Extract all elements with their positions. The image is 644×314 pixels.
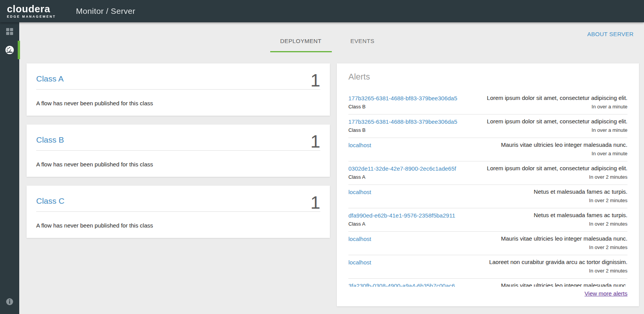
alert-time: In over 2 minutes — [534, 221, 627, 227]
alert-row: 3fa230fb-0308-4900-a9a4-6b35b7c00ac6 Mau… — [348, 279, 627, 287]
class-b-link[interactable]: Class B — [36, 135, 64, 145]
alert-time: In over a minute — [501, 151, 628, 157]
alerts-title: Alerts — [348, 72, 627, 82]
class-card-a: Class A 1 A flow has never been publishe… — [27, 63, 330, 116]
alerts-list: 177b3265-6381-4688-bf83-379bee306da5 Cla… — [348, 91, 627, 287]
class-a-description: A flow has never been published for this… — [36, 100, 320, 106]
alert-message: Lorem ipsum dolor sit amet, consectetur … — [487, 95, 627, 101]
class-cards-column: Class A 1 A flow has never been publishe… — [27, 63, 330, 238]
sidebar-item-dashboard[interactable] — [0, 22, 19, 41]
info-button[interactable] — [0, 292, 19, 311]
alert-message: Netus et malesuada fames ac turpis. — [534, 188, 627, 195]
view-more-row: View more alerts — [348, 290, 627, 297]
alert-message: Lorem ipsum dolor sit amet, consectetur … — [487, 165, 627, 172]
class-b-count: 1 — [310, 132, 320, 151]
class-b-description: A flow has never been published for this… — [36, 161, 320, 168]
card-header: Class C 1 — [36, 193, 320, 212]
alert-row: dfa990ed-e62b-41e1-9576-2358f5ba2911 Cla… — [348, 208, 627, 232]
card-header: Class A 1 — [36, 71, 320, 90]
class-c-link[interactable]: Class C — [36, 196, 65, 206]
about-server-link[interactable]: ABOUT SERVER — [587, 31, 634, 37]
alert-time: In over 2 minutes — [489, 268, 627, 274]
alert-sublabel: Class A — [348, 221, 455, 227]
sidebar-spacer — [0, 59, 19, 292]
class-card-b: Class B 1 A flow has never been publishe… — [27, 125, 330, 177]
logo-brand: cloudera — [7, 4, 56, 14]
grid-icon — [5, 27, 14, 36]
alert-row: localhost Mauris vitae ultricies leo int… — [348, 232, 627, 255]
alert-sublabel: Class A — [348, 174, 456, 180]
alert-message: Mauris vitae ultricies leo integer males… — [501, 282, 628, 287]
info-icon — [6, 298, 13, 306]
logo-subtitle: EDGE MANAGEMENT — [7, 15, 56, 18]
gauge-icon — [5, 45, 15, 55]
alert-sublabel: Class B — [348, 104, 457, 110]
alert-source-link[interactable]: dfa990ed-e62b-41e1-9576-2358f5ba2911 — [348, 212, 455, 219]
class-c-count: 1 — [310, 193, 320, 212]
alert-message: Laoreet non curabitur gravida arcu ac to… — [489, 259, 627, 266]
class-card-c: Class C 1 A flow has never been publishe… — [27, 186, 330, 238]
content-area: Class A 1 A flow has never been publishe… — [19, 63, 644, 306]
alert-message: Lorem ipsum dolor sit amet, consectetur … — [487, 118, 627, 125]
alert-row: 177b3265-6381-4688-bf83-379bee306da5 Cla… — [348, 115, 627, 138]
active-indicator — [18, 41, 20, 59]
sidebar — [0, 22, 19, 314]
main-content: DEPLOYMENT EVENTS ABOUT SERVER Class A 1… — [19, 22, 644, 314]
alert-time: In over 2 minutes — [501, 244, 628, 251]
alert-source-link[interactable]: 3fa230fb-0308-4900-a9a4-6b35b7c00ac6 — [348, 282, 455, 287]
card-header: Class B 1 — [36, 132, 320, 151]
tab-events[interactable]: EVENTS — [332, 32, 393, 52]
alert-sublabel: Class B — [348, 127, 457, 133]
class-c-description: A flow has never been published for this… — [36, 222, 320, 229]
alert-row: localhost Mauris vitae ultricies leo int… — [348, 138, 627, 161]
class-a-count: 1 — [310, 71, 320, 90]
alert-message: Mauris vitae ultricies leo integer males… — [501, 235, 628, 242]
alert-source-link[interactable]: 0302de11-32de-42e7-8900-2ec6c1ade65f — [348, 165, 456, 172]
alert-time: In over a minute — [487, 127, 627, 133]
alerts-panel: Alerts 177b3265-6381-4688-bf83-379bee306… — [337, 63, 639, 306]
alert-time: In over 2 minutes — [534, 198, 627, 204]
alert-source-link[interactable]: localhost — [348, 142, 371, 148]
tab-deployment[interactable]: DEPLOYMENT — [270, 32, 332, 52]
alert-row: 177b3265-6381-4688-bf83-379bee306da5 Cla… — [348, 91, 627, 115]
tabs: DEPLOYMENT EVENTS — [270, 32, 393, 52]
alert-row: 0302de11-32de-42e7-8900-2ec6c1ade65f Cla… — [348, 161, 627, 185]
alert-message: Mauris vitae ultricies leo integer males… — [501, 141, 628, 148]
alert-source-link[interactable]: localhost — [348, 259, 371, 266]
alert-source-link[interactable]: 177b3265-6381-4688-bf83-379bee306da5 — [348, 95, 457, 101]
alert-time: In over 2 minutes — [487, 174, 627, 180]
app-header: cloudera EDGE MANAGEMENT Monitor / Serve… — [0, 0, 644, 22]
alert-row: localhost Laoreet non curabitur gravida … — [348, 255, 627, 279]
alert-source-link[interactable]: localhost — [348, 236, 371, 242]
tab-bar: DEPLOYMENT EVENTS ABOUT SERVER — [19, 22, 644, 63]
cloudera-logo: cloudera EDGE MANAGEMENT — [7, 4, 56, 18]
alert-source-link[interactable]: 177b3265-6381-4688-bf83-379bee306da5 — [348, 118, 457, 125]
alert-source-link[interactable]: localhost — [348, 189, 371, 195]
page-title: Monitor / Server — [76, 7, 135, 16]
class-a-link[interactable]: Class A — [36, 74, 64, 83]
view-more-alerts-link[interactable]: View more alerts — [585, 290, 627, 297]
alert-time: In over a minute — [487, 104, 627, 110]
sidebar-item-monitor[interactable] — [0, 41, 19, 59]
alert-message: Netus et malesuada fames ac turpis. — [534, 212, 627, 219]
alert-row: localhost Netus et malesuada fames ac tu… — [348, 185, 627, 208]
